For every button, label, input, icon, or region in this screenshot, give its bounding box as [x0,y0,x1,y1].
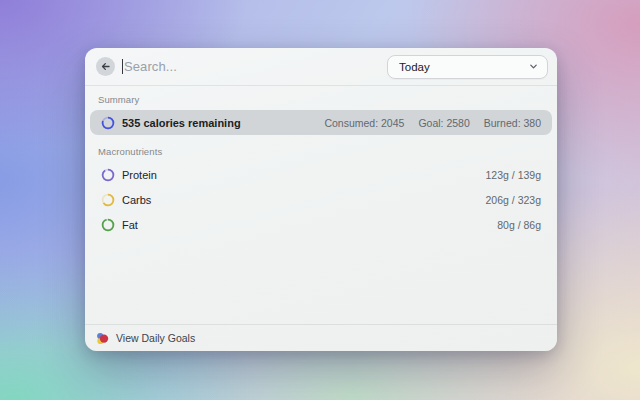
search-header: Search... Today [85,48,557,86]
date-range-dropdown[interactable]: Today [387,55,548,79]
list-item-title: Carbs [122,194,151,206]
carbs-progress-ring-icon [101,193,115,207]
list-item-title: Fat [122,219,138,231]
list-item-title: 535 calories remaining [122,117,241,129]
carbs-value: 206g / 323g [486,194,541,206]
search-placeholder: Search... [124,59,177,74]
list-item-fat[interactable]: Fat 80g / 86g [90,212,552,237]
goal-stat: Goal: 2580 [418,117,469,129]
list-item-carbs[interactable]: Carbs 206g / 323g [90,187,552,212]
dropdown-selected-value: Today [399,61,430,73]
section-label-summary: Summary [98,94,545,105]
burned-stat: Burned: 380 [484,117,541,129]
results-list: Summary 535 calories remaining Consumed:… [85,86,557,324]
command-palette-window: Search... Today Summary 535 calories rem… [85,48,557,351]
text-cursor [122,59,123,74]
list-item-calories-remaining[interactable]: 535 calories remaining Consumed: 2045 Go… [90,110,552,135]
list-item-title: Protein [122,169,157,181]
arrow-left-icon [100,61,111,72]
nutrition-app-icon [96,332,109,345]
back-button[interactable] [96,57,115,76]
footer-action-label: View Daily Goals [116,332,195,344]
section-label-macronutrients: Macronutrients [98,146,545,157]
list-item-protein[interactable]: Protein 123g / 139g [90,162,552,187]
fat-value: 80g / 86g [497,219,541,231]
consumed-stat: Consumed: 2045 [324,117,404,129]
calories-meta: Consumed: 2045 Goal: 2580 Burned: 380 [324,117,541,129]
view-daily-goals-action[interactable]: View Daily Goals [85,324,557,351]
fat-progress-ring-icon [101,218,115,232]
search-input[interactable]: Search... [122,48,387,85]
protein-value: 123g / 139g [486,169,541,181]
calories-progress-ring-icon [101,116,115,130]
protein-progress-ring-icon [101,168,115,182]
chevron-down-icon [529,62,538,71]
